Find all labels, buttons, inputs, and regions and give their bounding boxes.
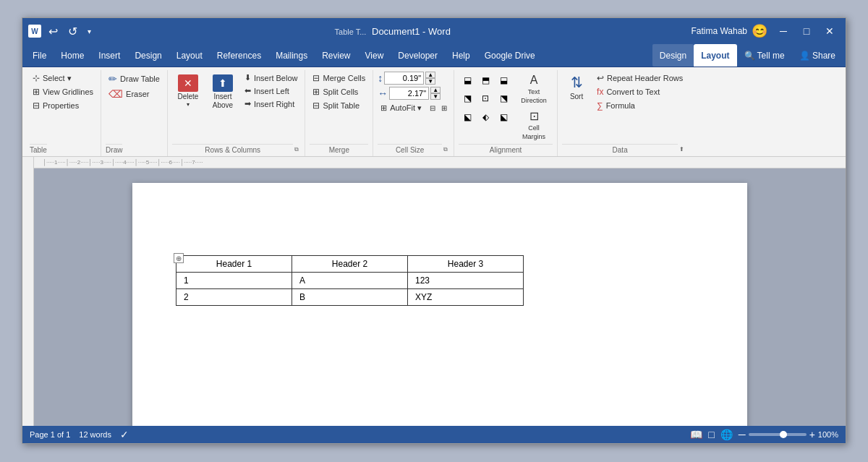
- split-cells-button[interactable]: ⊞ Split Cells: [310, 85, 368, 98]
- formula-button[interactable]: ∑ Formula: [594, 99, 686, 112]
- status-right: 📖 □ 🌐 ─ + 100%: [690, 429, 838, 440]
- menu-home[interactable]: Home: [54, 44, 91, 67]
- share-button[interactable]: 👤 Share: [792, 44, 843, 67]
- delete-button[interactable]: ✕ Delete ▾: [172, 72, 204, 111]
- table-group-label: Table: [30, 144, 47, 156]
- split-table-button[interactable]: ⊟ Split Table: [310, 99, 368, 112]
- menu-references[interactable]: References: [210, 44, 268, 67]
- menu-file[interactable]: File: [25, 44, 54, 67]
- table-group-header: Table: [30, 142, 96, 156]
- insert-below-button[interactable]: ⬇ Insert Below: [242, 72, 301, 84]
- table-header-3[interactable]: Header 3: [408, 256, 524, 273]
- table-cell-1-0[interactable]: 2: [176, 289, 292, 306]
- proofing-icon[interactable]: ✓: [120, 429, 129, 440]
- align-top-center[interactable]: ⬒: [477, 72, 494, 89]
- delete-icon: ✕: [178, 74, 198, 92]
- text-direction-button[interactable]: A Text Direction: [515, 72, 553, 106]
- print-layout-icon[interactable]: □: [708, 429, 714, 440]
- insert-below-icon: ⬇: [244, 73, 251, 82]
- menu-google-drive[interactable]: Google Drive: [477, 44, 542, 67]
- table-move-handle[interactable]: ⊕: [174, 253, 184, 263]
- insert-above-button[interactable]: ⬆ Insert Above: [207, 72, 239, 112]
- insert-right-button[interactable]: ➡ Insert Right: [242, 98, 301, 110]
- align-top-left[interactable]: ⬓: [459, 72, 476, 89]
- table-cell-1-1[interactable]: B: [292, 289, 408, 306]
- select-button[interactable]: ⊹ Select ▾: [30, 72, 96, 85]
- align-grid-section: ⬓ ⬒ ⬓ ⬔ ⊡ ⬔ ⬕ ⬖ ⬕: [459, 72, 512, 126]
- menu-insert[interactable]: Insert: [91, 44, 127, 67]
- rows-cols-expand[interactable]: ⧉: [293, 146, 300, 153]
- read-mode-icon[interactable]: 📖: [690, 429, 702, 440]
- align-middle-left[interactable]: ⬔: [459, 90, 476, 107]
- repeat-header-button[interactable]: ↩ Repeat Header Rows: [594, 72, 686, 85]
- zoom-out-icon[interactable]: ─: [739, 429, 746, 440]
- align-middle-right[interactable]: ⬔: [495, 90, 512, 107]
- properties-icon: ⊟: [33, 100, 40, 111]
- table-row: 2 B XYZ: [176, 289, 524, 306]
- autofit-label: AutoFit ▾: [390, 103, 422, 113]
- close-button[interactable]: ✕: [820, 24, 840, 38]
- properties-button[interactable]: ⊟ Properties: [30, 99, 96, 112]
- table-header-1[interactable]: Header 1: [176, 256, 292, 273]
- autofit-button[interactable]: ⊞ AutoFit ▾: [378, 102, 425, 114]
- table-cell-1-2[interactable]: XYZ: [408, 289, 524, 306]
- undo-button[interactable]: ↩: [46, 23, 61, 40]
- table-header-2[interactable]: Header 2: [292, 256, 408, 273]
- rows-cols-header: Rows & Columns ⧉: [172, 142, 301, 156]
- merge-cells-button[interactable]: ⊟ Merge Cells: [310, 72, 368, 85]
- distribute-rows-button[interactable]: ⊟: [427, 102, 438, 114]
- table-cell-0-0[interactable]: 1: [176, 273, 292, 289]
- restore-button[interactable]: □: [796, 24, 817, 38]
- align-middle-center[interactable]: ⊡: [477, 90, 494, 107]
- align-bottom-left[interactable]: ⬕: [459, 108, 476, 126]
- ruler-left: [22, 157, 34, 426]
- menu-review[interactable]: Review: [315, 44, 357, 67]
- align-bottom-right[interactable]: ⬕: [495, 108, 512, 126]
- tell-me-button[interactable]: 🔍 Tell me: [737, 44, 792, 67]
- alignment-label: Alignment: [459, 144, 553, 156]
- zoom-slider[interactable]: [749, 433, 807, 436]
- width-input[interactable]: [389, 87, 429, 100]
- menu-developer[interactable]: Developer: [391, 44, 445, 67]
- view-gridlines-button[interactable]: ⊞ View Gridlines: [30, 85, 96, 98]
- cell-size-content: ↕ ▲ ▼ ↔ ▲ ▼: [378, 72, 449, 142]
- delete-dropdown-icon: ▾: [187, 101, 190, 108]
- document-scroll[interactable]: ⊕ Header 1 Header 2 Header 3 1: [34, 168, 846, 426]
- menu-help[interactable]: Help: [445, 44, 477, 67]
- width-up[interactable]: ▲: [430, 87, 441, 93]
- data-group-header: Data ⬆: [562, 142, 686, 156]
- data-expand[interactable]: ⬆: [678, 146, 686, 153]
- menu-table-layout[interactable]: Layout: [694, 44, 736, 67]
- align-top-right[interactable]: ⬓: [495, 72, 512, 89]
- quick-access-dropdown[interactable]: ▾: [85, 26, 94, 37]
- sort-button[interactable]: ⇅ Sort: [562, 72, 591, 103]
- web-layout-icon[interactable]: 🌐: [720, 429, 733, 440]
- menu-layout[interactable]: Layout: [169, 44, 210, 67]
- text-direction-icon: A: [530, 74, 538, 87]
- rows-cols-content: ✕ Delete ▾ ⬆ Insert Abov: [172, 72, 301, 142]
- menu-table-design[interactable]: Design: [652, 44, 694, 67]
- table-cell-0-2[interactable]: 123: [408, 273, 524, 289]
- draw-table-button[interactable]: ✏ Draw Table: [106, 72, 163, 86]
- cell-margins-button[interactable]: ⊡ Cell Margins: [515, 107, 553, 142]
- menu-mailings[interactable]: Mailings: [268, 44, 315, 67]
- convert-text-button[interactable]: fx Convert to Text: [594, 85, 686, 98]
- select-icon: ⊹: [33, 73, 40, 83]
- height-down[interactable]: ▼: [425, 78, 435, 85]
- height-up[interactable]: ▲: [425, 72, 435, 78]
- distribute-cols-button[interactable]: ⊞: [439, 102, 449, 114]
- cell-size-expand[interactable]: ⧉: [442, 146, 449, 153]
- table-cell-0-1[interactable]: A: [292, 273, 408, 289]
- insert-left-button[interactable]: ⬅ Insert Left: [242, 85, 301, 97]
- minimize-button[interactable]: ─: [773, 24, 793, 38]
- menu-design[interactable]: Design: [127, 44, 169, 67]
- align-bottom-center[interactable]: ⬖: [477, 108, 494, 126]
- height-input[interactable]: [384, 72, 424, 85]
- zoom-in-icon[interactable]: +: [809, 429, 815, 440]
- eraser-button[interactable]: ⌫ Eraser: [106, 87, 163, 101]
- convert-text-label: Convert to Text: [606, 87, 660, 96]
- menu-view[interactable]: View: [358, 44, 391, 67]
- width-down[interactable]: ▼: [430, 93, 441, 100]
- split-table-label: Split Table: [323, 101, 359, 110]
- redo-button[interactable]: ↺: [65, 23, 80, 40]
